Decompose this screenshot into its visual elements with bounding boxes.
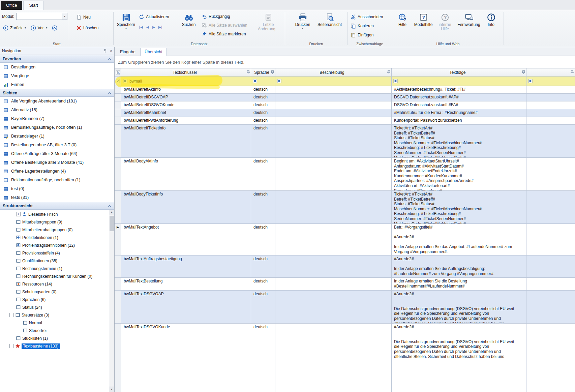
scrollbar-thumb[interactable] (110, 216, 114, 231)
sichten-item[interactable]: Offene Lagerbestellungen (4) (0, 167, 114, 176)
neu-button[interactable]: Neu (74, 13, 100, 21)
expand-icon[interactable]: + (16, 212, 21, 216)
view-tab-eingabe[interactable]: Eingabe (116, 48, 140, 56)
cell-textfolge[interactable]: #Anrede2# Die Datenschutzgrundverordnung… (392, 291, 526, 324)
row-indicator-cell[interactable] (115, 101, 121, 109)
cell-sprache[interactable]: deutsch (251, 255, 275, 278)
view-tab-übersicht[interactable]: Übersicht (140, 48, 167, 56)
cell-textfolge[interactable]: #Anrede2# In der Anlage erhalten Sie die… (392, 255, 526, 278)
loeschen-button[interactable]: Löschen (74, 24, 100, 32)
cell-sprache[interactable]: deutsch (251, 94, 275, 101)
tab-start[interactable]: Start (23, 1, 43, 10)
cell-textschluessel[interactable]: bwMailBetreffPwdAnforderung (121, 117, 251, 125)
aktualisieren-button[interactable]: Aktualisieren (137, 13, 178, 21)
sichten-item[interactable]: Offene Bestellunge älter 3 Monate (41) (0, 158, 114, 167)
cell-textfolge[interactable]: DSGVO Datenschutzauskunft #FA# (392, 101, 526, 109)
cell-sprache[interactable]: deutsch (251, 291, 275, 324)
cell-textschluessel[interactable]: bwMailBetreffMahnbrief (121, 109, 251, 117)
row-indicator-cell[interactable] (115, 255, 121, 278)
cell-beschreibung[interactable] (275, 224, 392, 255)
cell-textschluessel[interactable]: bwMailTextDSGVOAP (121, 291, 251, 324)
tree-item[interactable]: Rechnungskennzeichen für Kunden (0) (0, 272, 109, 280)
column-header-sprache[interactable]: Sprache (251, 68, 275, 77)
favoriten-item[interactable]: Bestellungen (0, 63, 114, 71)
tree-item[interactable]: −Steuersätze (3) (0, 311, 109, 319)
last-record-button[interactable]: ▶| (158, 25, 163, 29)
cell-textfolge[interactable]: TicketArt: #TicketArt# Betreff: #TicketB… (392, 125, 526, 158)
column-pin-icon[interactable] (570, 70, 574, 74)
tree-item[interactable]: +Lieselotte Frisch (0, 210, 109, 218)
sichten-header[interactable]: Sichten (0, 89, 114, 97)
cell-sprache[interactable]: deutsch (251, 324, 275, 392)
interne-hilfe-button[interactable]: ? interne Hilfe (435, 11, 454, 37)
tree-item[interactable]: Profileintragsdefinitionen (12) (0, 241, 109, 249)
row-indicator-cell[interactable] (115, 86, 121, 94)
sichten-item[interactable]: Bemusterungsaufträge, noch offen (1) (0, 123, 114, 132)
cell-textfolge[interactable]: #Anrede2# Die Datenschutzgrundverordnung… (392, 324, 526, 392)
tree-item[interactable]: Steuerfrei (0, 327, 109, 334)
row-indicator-cell[interactable] (115, 94, 121, 101)
tree-item[interactable]: Ressourcen (14) (0, 280, 109, 288)
cell-textfolge[interactable]: TicketArt: #TicketArt# Betreff: #TicketB… (392, 191, 526, 224)
cell-extra[interactable] (526, 191, 575, 224)
collapse-icon[interactable]: − (9, 344, 14, 348)
favoriten-header[interactable]: Favoriten (0, 55, 114, 63)
row-indicator-cell[interactable] (115, 291, 121, 324)
cell-sprache[interactable]: deutsch (251, 109, 275, 117)
row-indicator-cell[interactable] (115, 109, 121, 117)
cell-beschreibung[interactable] (275, 291, 392, 324)
sichten-item[interactable]: Bestellungen ohne AB, älter 3 T (0) (0, 141, 114, 149)
column-header-extra[interactable] (526, 68, 575, 77)
row-indicator-cell[interactable] (115, 191, 121, 224)
cell-beschreibung[interactable] (275, 255, 392, 278)
sichten-item[interactable]: test (0) (0, 184, 114, 193)
tree-item[interactable]: Qualifikationen (35) (0, 257, 109, 265)
tree-item[interactable]: −Textbausteine (133) (0, 342, 109, 350)
cell-beschreibung[interactable] (275, 94, 392, 101)
tree-item[interactable]: Schulungsarten (0) (0, 288, 109, 296)
cell-sprache[interactable]: deutsch (251, 278, 275, 291)
kopieren-button[interactable]: Kopieren (349, 22, 385, 30)
cell-beschreibung[interactable] (275, 278, 392, 291)
tree-item[interactable]: Rechnungstermine (1) (0, 265, 109, 272)
cell-sprache[interactable]: deutsch (251, 125, 275, 158)
favoriten-item[interactable]: Vorgänge (0, 71, 114, 80)
cell-extra[interactable] (526, 158, 575, 191)
tree-item[interactable]: Sprachen (6) (0, 296, 109, 303)
cell-sprache[interactable]: deutsch (251, 117, 275, 125)
row-indicator-cell[interactable] (115, 158, 121, 191)
tree-scrollbar[interactable]: ▲ ▼ (109, 210, 114, 392)
cell-sprache[interactable]: deutsch (251, 101, 275, 109)
chevron-up-icon[interactable] (108, 205, 112, 207)
tree-item[interactable]: Status (24) (0, 303, 109, 311)
filter-row-indicator[interactable] (115, 77, 121, 86)
einfuegen-button[interactable]: Einfügen (349, 31, 385, 39)
alle-saetze-auswaehlen-button[interactable]: Alle Sätze auswählen (200, 21, 256, 29)
column-header-beschreibung[interactable]: Beschreibung (275, 68, 392, 77)
modul-select[interactable]: ▼ (16, 13, 67, 20)
column-pin-icon[interactable] (271, 70, 274, 74)
modulhilfe-button[interactable]: ? Modulhilfe (412, 11, 435, 37)
seitenansicht-button[interactable]: Seitenansicht (319, 11, 341, 37)
cell-extra[interactable] (526, 255, 575, 278)
cell-textschluessel[interactable]: bwMailBetreffAktInfo (121, 86, 251, 94)
column-header-textschluessel[interactable]: Textschlüssel (121, 68, 251, 77)
previous-record-button[interactable]: ◀ (147, 25, 150, 29)
sichten-item[interactable]: Alternativ (15) (0, 105, 114, 114)
filter-cell-sprache[interactable] (251, 77, 275, 86)
tree-item[interactable]: Normal (0, 319, 109, 327)
cell-textschluessel[interactable]: bwMailBodyAktInfo (121, 158, 251, 191)
chevron-down-icon[interactable]: ▼ (62, 13, 67, 20)
cell-beschreibung[interactable] (275, 117, 392, 125)
filter-cell-extra[interactable] (526, 77, 575, 86)
cell-textschluessel[interactable]: bwMailBetreffTicketInfo (121, 125, 251, 158)
rueckgaengig-button[interactable]: Rückgängig (200, 12, 256, 20)
cell-sprache[interactable]: deutsch (251, 86, 275, 94)
close-icon[interactable]: × (110, 49, 112, 53)
cell-textschluessel[interactable]: bwMailBetreffDSGVOKunde (121, 101, 251, 109)
cell-extra[interactable] (526, 324, 575, 392)
sichten-item[interactable]: BayerBrunnen (7) (0, 114, 114, 123)
cell-extra[interactable] (526, 117, 575, 125)
sichten-item[interactable]: Reklamationsaufträge, noch offen (1) (0, 176, 114, 184)
cell-textfolge[interactable]: Kundenportal: Passwort zurücksetzen (392, 117, 526, 125)
